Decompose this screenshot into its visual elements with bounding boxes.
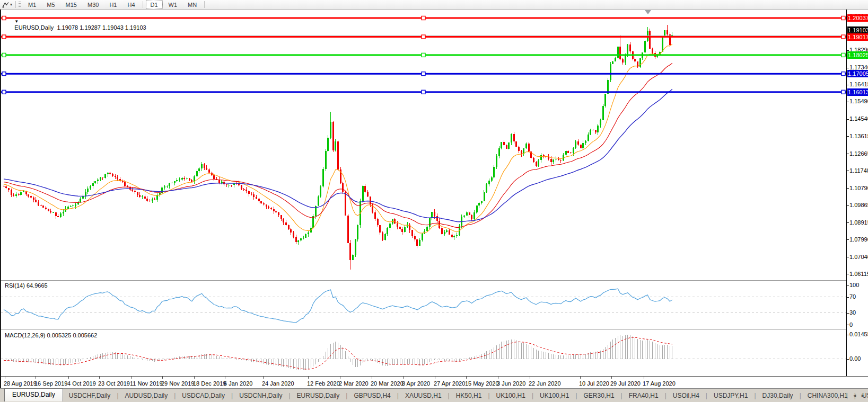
candle: [20, 190, 22, 196]
chart-tab-2-audusd-daily[interactable]: AUDUSD,Daily: [119, 390, 174, 401]
chart-shift-marker-icon[interactable]: [645, 10, 651, 14]
rsi-pane[interactable]: [1, 281, 846, 329]
candle: [419, 238, 420, 246]
candle: [523, 148, 524, 156]
horizontal-line-1.16013[interactable]: [1, 90, 846, 94]
chart-tab-1-usdchf-daily[interactable]: USDCHF,Daily: [63, 390, 117, 401]
pane-splitter[interactable]: [1, 329, 868, 330]
horizontal-line-1.19017[interactable]: [1, 35, 846, 39]
line-handle[interactable]: [2, 16, 6, 20]
candle: [191, 179, 192, 182]
chart-tab-0-eurusd-daily[interactable]: EURUSD,Daily: [4, 388, 63, 401]
candle: [38, 200, 39, 206]
axis-tick: [846, 359, 849, 360]
candle: [394, 218, 396, 224]
macd-pane[interactable]: [1, 330, 846, 376]
candle: [72, 204, 74, 208]
candle: [144, 194, 146, 199]
date-tick: [194, 377, 195, 379]
line-handle[interactable]: [422, 16, 425, 20]
candle: [176, 178, 178, 181]
axis-tick: [846, 313, 849, 314]
line-handle[interactable]: [841, 90, 845, 94]
timeframe-button-m30[interactable]: M30: [83, 1, 103, 9]
horizontal-line-1.18025[interactable]: [1, 53, 846, 57]
candle: [533, 157, 534, 163]
line-handle[interactable]: [2, 53, 6, 57]
candle: [154, 198, 155, 200]
price-pane[interactable]: [1, 10, 846, 280]
candle: [508, 142, 510, 149]
chart-tab-5-eurusd-daily[interactable]: EURUSD,Daily: [291, 390, 346, 401]
candle: [208, 168, 210, 173]
candle: [592, 129, 594, 130]
chart-tab-13-usoil-h4[interactable]: USOil,H4: [667, 390, 705, 401]
line-handle[interactable]: [422, 53, 425, 57]
tabs-scroll-right-button[interactable]: ►: [861, 393, 865, 398]
candle: [297, 240, 299, 245]
candle: [662, 36, 663, 52]
timeframe-button-h4[interactable]: H4: [122, 1, 139, 9]
candle: [644, 40, 646, 53]
candle: [70, 205, 72, 207]
line-handle[interactable]: [841, 35, 845, 39]
timeframe-button-w1[interactable]: W1: [164, 1, 182, 9]
date-label: 3 Jun 2020: [497, 380, 525, 387]
chart-tab-3-usdcad-daily[interactable]: USDCAD,Daily: [176, 390, 231, 401]
candle: [119, 177, 121, 182]
candle: [528, 142, 530, 152]
candle: [288, 225, 290, 230]
chart-tab-15-dj30-daily[interactable]: DJ30,Daily: [757, 390, 799, 401]
axis-tick: [846, 68, 849, 68]
pane-splitter[interactable]: [1, 280, 868, 281]
timeframe-button-mn[interactable]: MN: [183, 1, 201, 9]
chart-tab-6-gbpusd-h4[interactable]: GBPUSD,H4: [348, 390, 396, 401]
line-handle[interactable]: [2, 90, 6, 94]
chart-tab-4-usdcnh-daily[interactable]: USDCNH,Daily: [233, 390, 288, 401]
candle: [181, 177, 183, 181]
candle: [652, 48, 653, 55]
chart-tab-8-hk50-h1[interactable]: HK50,H1: [450, 390, 488, 401]
chart-tab-9-uk100-h1[interactable]: UK100,H1: [490, 390, 531, 401]
candle: [540, 153, 542, 163]
chart-tab-14-usdjpy-h1[interactable]: USDJPY,H1: [708, 390, 753, 401]
line-handle[interactable]: [841, 16, 845, 20]
toolbar-drag-grip[interactable]: [19, 2, 21, 8]
candle: [15, 192, 17, 198]
chart-tab-11-ger30-h1[interactable]: GER30,H1: [578, 390, 620, 401]
line-handle[interactable]: [841, 72, 845, 76]
timeframe-button-h1[interactable]: H1: [104, 1, 121, 9]
timeframe-button-m15[interactable]: M15: [61, 1, 82, 9]
candle: [112, 173, 113, 177]
line-handle[interactable]: [2, 35, 6, 39]
candle: [149, 199, 151, 202]
date-tick: [340, 377, 340, 379]
candle: [610, 62, 611, 82]
ma-fast-line[interactable]: [4, 44, 672, 234]
timeframe-button-d1[interactable]: D1: [146, 1, 163, 9]
line-handle[interactable]: [422, 72, 425, 76]
candle: [525, 142, 527, 149]
chart-tab-7-xauusd-h1[interactable]: XAUUSD,H1: [399, 390, 448, 401]
timeframe-button-m5[interactable]: M5: [42, 1, 59, 9]
tool-dropdown-caret-icon[interactable]: ▾: [10, 2, 12, 7]
candle: [142, 195, 143, 199]
candle: [441, 226, 443, 235]
line-handle[interactable]: [841, 53, 845, 57]
candle: [515, 141, 517, 147]
draw-tool-icon[interactable]: [2, 1, 10, 8]
candle: [511, 133, 512, 145]
candle: [189, 178, 190, 181]
line-handle[interactable]: [422, 90, 425, 94]
candle: [416, 239, 418, 248]
chart-tab-10-uk100-h1[interactable]: UK100,H1: [534, 390, 575, 401]
chart-tab-12-fra40-h1[interactable]: FRA40,H1: [623, 390, 664, 401]
line-handle[interactable]: [2, 72, 6, 76]
tabs-scroll-left-button[interactable]: ◄: [852, 393, 857, 398]
timeframe-button-m1[interactable]: M1: [23, 1, 41, 9]
candle: [80, 197, 81, 203]
horizontal-line-1.17005[interactable]: [1, 72, 846, 76]
horizontal-line-1.20037[interactable]: [1, 16, 846, 20]
candles: [3, 25, 673, 270]
line-handle[interactable]: [422, 35, 425, 39]
